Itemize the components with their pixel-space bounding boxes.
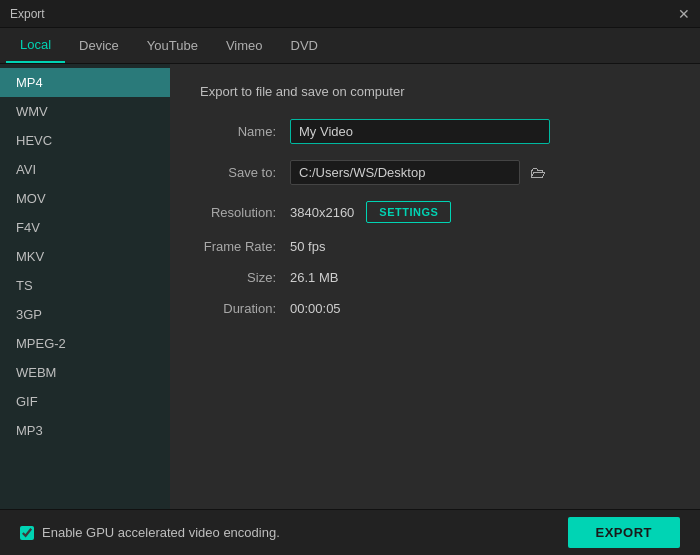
name-input[interactable] xyxy=(290,119,550,144)
size-row: Size: 26.1 MB xyxy=(200,270,670,285)
sidebar-item-mp4[interactable]: MP4 xyxy=(0,68,170,97)
frame-rate-value: 50 fps xyxy=(290,239,325,254)
name-row: Name: xyxy=(200,119,670,144)
gpu-encoding-text: Enable GPU accelerated video encoding. xyxy=(42,525,280,540)
sidebar-item-ts[interactable]: TS xyxy=(0,271,170,300)
tab-local[interactable]: Local xyxy=(6,28,65,63)
resolution-container: 3840x2160 SETTINGS xyxy=(290,201,451,223)
window-title: Export xyxy=(10,7,45,21)
sidebar-item-mp3[interactable]: MP3 xyxy=(0,416,170,445)
browse-folder-button[interactable]: 🗁 xyxy=(526,162,550,184)
sidebar-item-hevc[interactable]: HEVC xyxy=(0,126,170,155)
name-label: Name: xyxy=(200,124,290,139)
close-button[interactable]: ✕ xyxy=(678,7,690,21)
frame-rate-label: Frame Rate: xyxy=(200,239,290,254)
settings-button[interactable]: SETTINGS xyxy=(366,201,451,223)
gpu-encoding-label[interactable]: Enable GPU accelerated video encoding. xyxy=(20,525,280,540)
duration-row: Duration: 00:00:05 xyxy=(200,301,670,316)
gpu-encoding-checkbox[interactable] xyxy=(20,526,34,540)
sidebar-item-3gp[interactable]: 3GP xyxy=(0,300,170,329)
sidebar-item-avi[interactable]: AVI xyxy=(0,155,170,184)
save-to-row: Save to: 🗁 xyxy=(200,160,670,185)
tabs-bar: Local Device YouTube Vimeo DVD xyxy=(0,28,700,64)
format-sidebar: MP4WMVHEVCAVIMOVF4VMKVTS3GPMPEG-2WEBMGIF… xyxy=(0,64,170,509)
title-bar: Export ✕ xyxy=(0,0,700,28)
resolution-value: 3840x2160 xyxy=(290,205,354,220)
duration-value: 00:00:05 xyxy=(290,301,341,316)
save-path-input[interactable] xyxy=(290,160,520,185)
resolution-label: Resolution: xyxy=(200,205,290,220)
tab-vimeo[interactable]: Vimeo xyxy=(212,28,277,63)
frame-rate-row: Frame Rate: 50 fps xyxy=(200,239,670,254)
sidebar-item-mkv[interactable]: MKV xyxy=(0,242,170,271)
sidebar-item-f4v[interactable]: F4V xyxy=(0,213,170,242)
export-button[interactable]: EXPORT xyxy=(568,517,680,548)
sidebar-item-wmv[interactable]: WMV xyxy=(0,97,170,126)
footer: Enable GPU accelerated video encoding. E… xyxy=(0,509,700,555)
tab-device[interactable]: Device xyxy=(65,28,133,63)
sidebar-item-webm[interactable]: WEBM xyxy=(0,358,170,387)
size-label: Size: xyxy=(200,270,290,285)
duration-label: Duration: xyxy=(200,301,290,316)
sidebar-item-mov[interactable]: MOV xyxy=(0,184,170,213)
tab-dvd[interactable]: DVD xyxy=(277,28,332,63)
sidebar-item-mpeg2[interactable]: MPEG-2 xyxy=(0,329,170,358)
sidebar-item-gif[interactable]: GIF xyxy=(0,387,170,416)
panel-title: Export to file and save on computer xyxy=(200,84,670,99)
resolution-row: Resolution: 3840x2160 SETTINGS xyxy=(200,201,670,223)
content-area: MP4WMVHEVCAVIMOVF4VMKVTS3GPMPEG-2WEBMGIF… xyxy=(0,64,700,509)
save-to-label: Save to: xyxy=(200,165,290,180)
save-to-container: 🗁 xyxy=(290,160,550,185)
tab-youtube[interactable]: YouTube xyxy=(133,28,212,63)
export-settings-panel: Export to file and save on computer Name… xyxy=(170,64,700,509)
size-value: 26.1 MB xyxy=(290,270,338,285)
